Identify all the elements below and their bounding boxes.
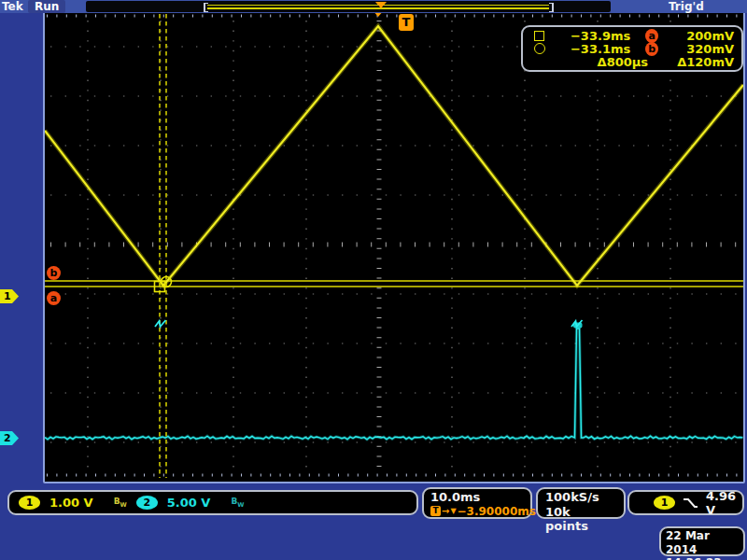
bandwidth-limit-icon: BW	[114, 497, 127, 509]
channel-1-scale: 1.00 V	[49, 496, 93, 510]
trigger-position-icon	[375, 2, 387, 8]
arrow-right-icon: →	[442, 504, 449, 518]
trigger-readout-box: 1 4.96 V	[627, 490, 744, 515]
trigger-level-badge: T	[399, 14, 414, 31]
datetime-box: 22 Mar 2014 14:36:23	[659, 526, 745, 556]
timebase-readout-box: 10.0ms T → ▼ −3.90000ms	[422, 487, 532, 519]
cursor-2-circle-icon	[534, 43, 554, 54]
cursor-b-value: 320mV	[658, 42, 734, 56]
acquisition-status: Run	[28, 0, 65, 13]
acquisition-preview-strip	[86, 1, 611, 12]
cursor-b-marker: b	[47, 266, 61, 280]
bandwidth-limit-icon: BW	[231, 497, 244, 509]
channel-1-badge: 1	[19, 496, 40, 510]
record-view-right-bracket-icon	[549, 3, 554, 12]
falling-edge-icon	[682, 497, 698, 510]
date-label: 22 Mar 2014	[666, 529, 739, 556]
acquisition-readout-box: 100kS/s 10k points	[536, 487, 626, 519]
cursor-a-badge: a	[645, 29, 658, 43]
trigger-level-value: 4.96 V	[706, 489, 736, 517]
cursor-2-time: −33.1ms	[554, 42, 631, 56]
cursor-b-badge: b	[645, 42, 658, 56]
record-length: 10k points	[545, 505, 616, 534]
sample-rate: 100kS/s	[545, 490, 616, 505]
top-status-bar: Tek Run Trig'd	[0, 0, 747, 13]
channel-2-scale: 5.00 V	[167, 496, 211, 510]
time-label: 14:36:23	[666, 556, 739, 560]
trigger-t-icon: T	[430, 506, 441, 516]
triangle-down-icon: ▼	[450, 504, 456, 518]
channel-readout-box: 1 1.00 V BW 2 5.00 V BW	[7, 490, 418, 515]
cursor-a-value: 200mV	[658, 29, 734, 43]
cursor-1-time: −33.9ms	[554, 29, 631, 43]
timebase-scale: 10.0ms	[430, 490, 524, 504]
tek-logo: Tek	[2, 0, 23, 13]
trigger-delay-value: −3.90000ms	[458, 505, 536, 518]
trigger-source-badge: 1	[654, 496, 675, 510]
channel-2-position-marker: 2	[0, 431, 19, 445]
channel-2-badge: 2	[136, 496, 158, 510]
graticule-panel	[43, 11, 745, 483]
cursor-delta-value: Δ120mV	[648, 55, 734, 69]
trigger-status: Trig'd	[669, 0, 704, 13]
trigger-delay-readout: T → ▼ −3.90000ms	[430, 504, 524, 518]
cursor-a-marker: a	[47, 291, 61, 305]
channel-1-position-marker: 1	[0, 289, 19, 303]
cursor-readout-box: −33.9ms a 200mV −33.1ms b 320mV Δ800µs Δ…	[521, 25, 743, 72]
cursor-delta-time: Δ800µs	[555, 55, 648, 69]
cursor-1-square-icon	[534, 31, 554, 41]
